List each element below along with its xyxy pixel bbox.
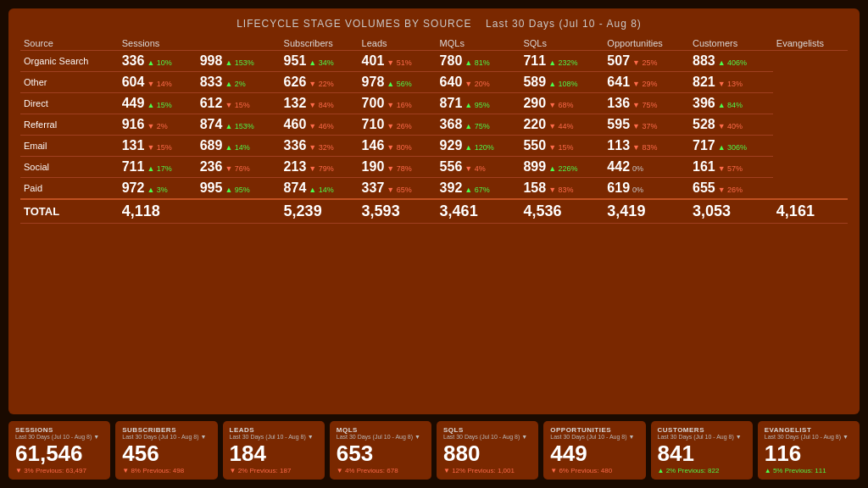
col-evangelists: Evangelists — [773, 36, 848, 51]
leads-cell: 336▼ 32% — [281, 136, 359, 157]
card-value: 841 — [658, 441, 746, 466]
col-sqls: SQLs — [520, 36, 604, 51]
date-range: Last 30 Days (Jul 10 - Aug 8) — [486, 18, 642, 30]
summary-card-mqls: MQLS Last 30 Days (Jul 10 - Aug 8) ▼ 653… — [330, 421, 431, 480]
customers-cell: 641▼ 29% — [604, 72, 689, 93]
mqls-cell: 401▼ 51% — [359, 51, 437, 72]
table-row: Email131▼ 15%689▲ 14%336▼ 32%146▼ 80%929… — [20, 136, 848, 157]
customers-cell: 595▼ 37% — [604, 114, 689, 136]
table-row: Paid972▲ 3%995▲ 95%874▲ 14%337▼ 65%392▲ … — [20, 178, 848, 200]
col-customers: Customers — [689, 36, 773, 51]
table-row: Other604▼ 14%833▲ 2%626▼ 22%978▲ 56%640▼… — [20, 72, 848, 93]
card-subtitle: Last 30 Days (Jul 10 - Aug 8) ▼ — [658, 434, 746, 440]
table-header-row: Source Sessions Subscribers Leads MQLs S… — [20, 36, 848, 51]
card-value: 456 — [122, 441, 210, 466]
card-value: 653 — [337, 441, 425, 466]
customers-cell: 6190% — [604, 178, 689, 200]
customers-cell: 136▼ 75% — [604, 93, 689, 114]
col-subscribers: Subscribers — [281, 36, 359, 51]
sessions-cell: 972▲ 3% — [119, 178, 197, 200]
total-label: TOTAL — [20, 199, 119, 224]
evangelists-cell: 883▲ 406% — [689, 51, 773, 72]
mqls-cell: 700▼ 16% — [359, 93, 437, 114]
card-subtitle: Last 30 Days (Jul 10 - Aug 8) ▼ — [337, 434, 425, 440]
table-row: Social711▲ 17%236▼ 76%213▼ 79%190▼ 78%55… — [20, 157, 848, 178]
opps-cell: 158▼ 83% — [520, 178, 604, 200]
card-title: EVANGELIST — [765, 426, 853, 434]
sqls-cell: 556▼ 4% — [437, 157, 520, 178]
source-cell: Organic Search — [20, 51, 119, 72]
summary-card-evangelist: EVANGELIST Last 30 Days (Jul 10 - Aug 8)… — [758, 421, 860, 480]
subscribers-cell: 874▲ 153% — [197, 114, 281, 136]
sqls-cell: 640▼ 20% — [437, 72, 520, 93]
opps-cell: 711▲ 232% — [520, 51, 604, 72]
card-value: 116 — [765, 441, 853, 466]
table-row: Referral916▼ 2%874▲ 153%460▼ 46%710▼ 26%… — [20, 114, 848, 136]
sqls-cell: 871▲ 95% — [437, 93, 520, 114]
card-subtitle: Last 30 Days (Jul 10 - Aug 8) ▼ — [122, 434, 210, 440]
card-change: ▼ 6% Previous: 480 — [550, 467, 638, 474]
total-subscribers: 5,239 — [284, 202, 322, 219]
card-change: ▼ 12% Previous: 1,001 — [443, 467, 531, 474]
card-value: 449 — [550, 441, 638, 466]
sqls-cell: 392▲ 67% — [437, 178, 520, 200]
evangelists-cell: 161▼ 57% — [689, 157, 773, 178]
leads-cell: 951▲ 34% — [281, 51, 359, 72]
sessions-cell: 131▼ 15% — [119, 136, 197, 157]
evangelists-cell: 528▼ 40% — [689, 114, 773, 136]
sqls-cell: 780▲ 81% — [437, 51, 520, 72]
summary-card-sqls: SQLS Last 30 Days (Jul 10 - Aug 8) ▼ 880… — [437, 421, 538, 480]
card-title: OPPORTUNITIES — [550, 426, 638, 434]
card-title: SESSIONS — [15, 426, 103, 434]
card-subtitle: Last 30 Days (Jul 10 - Aug 8) ▼ — [765, 434, 853, 440]
table-row: Direct449▲ 15%612▼ 15%132▼ 84%700▼ 16%87… — [20, 93, 848, 114]
card-value: 880 — [443, 441, 531, 466]
col-opps: Opportunities — [604, 36, 689, 51]
evangelists-cell: 821▼ 13% — [689, 72, 773, 93]
card-subtitle: Last 30 Days (Jul 10 - Aug 8) ▼ — [230, 434, 318, 440]
subscribers-cell: 998▲ 153% — [197, 51, 281, 72]
col-leads: Leads — [359, 36, 437, 51]
sessions-cell: 604▼ 14% — [119, 72, 197, 93]
mqls-cell: 337▼ 65% — [359, 178, 437, 200]
total-mqls: 3,461 — [440, 202, 478, 219]
opps-cell: 899▲ 226% — [520, 157, 604, 178]
lifecycle-table-panel: LIFECYCLE STAGE VOLUMES BY SOURCE Last 3… — [8, 8, 860, 414]
sessions-cell: 711▲ 17% — [119, 157, 197, 178]
card-change: ▼ 8% Previous: 498 — [122, 467, 210, 474]
opps-cell: 290▼ 68% — [520, 93, 604, 114]
customers-cell: 113▼ 83% — [604, 136, 689, 157]
source-cell: Direct — [20, 93, 119, 114]
col-source: Source — [20, 36, 119, 51]
panel-title-text: LIFECYCLE STAGE VOLUMES BY SOURCE — [236, 18, 471, 30]
col-mqls: MQLs — [437, 36, 520, 51]
card-change: ▼ 2% Previous: 187 — [230, 467, 318, 474]
leads-cell: 626▼ 22% — [281, 72, 359, 93]
opps-cell: 550▼ 15% — [520, 136, 604, 157]
source-cell: Other — [20, 72, 119, 93]
summary-card-customers: CUSTOMERS Last 30 Days (Jul 10 - Aug 8) … — [651, 421, 753, 480]
leads-cell: 132▼ 84% — [281, 93, 359, 114]
summary-card-leads: LEADS Last 30 Days (Jul 10 - Aug 8) ▼ 18… — [223, 421, 325, 480]
card-title: CUSTOMERS — [658, 426, 746, 434]
leads-cell: 874▲ 14% — [281, 178, 359, 200]
card-change: ▲ 2% Previous: 822 — [658, 467, 746, 474]
sessions-cell: 916▼ 2% — [119, 114, 197, 136]
mqls-cell: 978▲ 56% — [359, 72, 437, 93]
subscribers-cell: 995▲ 95% — [197, 178, 281, 200]
total-opps: 3,419 — [607, 202, 645, 219]
subscribers-cell: 236▼ 76% — [197, 157, 281, 178]
card-value: 184 — [230, 441, 318, 466]
card-value: 61,546 — [15, 441, 103, 466]
evangelists-cell: 396▲ 84% — [689, 93, 773, 114]
opps-cell: 589▲ 108% — [520, 72, 604, 93]
summary-card-opportunities: OPPORTUNITIES Last 30 Days (Jul 10 - Aug… — [543, 421, 645, 480]
card-subtitle: Last 30 Days (Jul 10 - Aug 8) ▼ — [550, 434, 638, 440]
source-cell: Referral — [20, 114, 119, 136]
total-customers: 3,053 — [693, 202, 731, 219]
mqls-cell: 146▼ 80% — [359, 136, 437, 157]
panel-title: LIFECYCLE STAGE VOLUMES BY SOURCE Last 3… — [20, 17, 848, 30]
total-sessions: 4,118 — [122, 202, 160, 219]
total-sqls: 4,536 — [523, 202, 561, 219]
main-table: Source Sessions Subscribers Leads MQLs S… — [20, 36, 848, 224]
